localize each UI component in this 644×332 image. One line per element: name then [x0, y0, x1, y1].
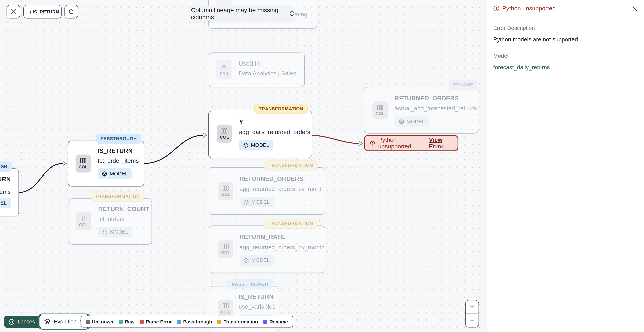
zoom-out-button[interactable]: − [466, 314, 478, 327]
zoom-in-button[interactable]: + [466, 301, 478, 314]
legend-swatch [177, 320, 181, 324]
close-icon [11, 9, 16, 14]
cube-icon [244, 199, 249, 205]
legend-item-parse-error: Parse Error [140, 319, 172, 324]
node-title: RETURN_RATE [239, 233, 285, 240]
edge-line [19, 164, 63, 193]
transformation-badge: TRANSFORMATION [91, 192, 144, 202]
col-chip: COL [76, 212, 91, 230]
columns-icon [377, 105, 383, 110]
node-title: RETURN_COUNT [98, 205, 149, 212]
info-icon [290, 11, 294, 16]
node-title: IS_RETURN [239, 293, 274, 300]
banner-text: Column lineage may be missing columns [191, 7, 287, 20]
model-chip-label: MODEL [110, 229, 128, 235]
prj-chip: PRJ [216, 60, 232, 79]
model-chip: MODEL [395, 116, 429, 127]
node-used-in-sales[interactable]: PRJ Used In Data Analytics | Sales [208, 52, 305, 87]
node-title: IS_RETURN [98, 147, 132, 154]
lenses-control: Lenses Evolution [4, 315, 90, 328]
node-subtitle: Data Analytics | Sales [239, 70, 296, 77]
close-icon [632, 6, 637, 11]
col-chip: COL [217, 125, 232, 143]
panel-title: Python unsupported [502, 5, 556, 11]
project-icon [220, 64, 227, 70]
col-chip-label: COL [78, 164, 88, 169]
breadcrumb[interactable]: .. / IS_RETURN [24, 5, 62, 18]
legend-swatch [119, 320, 123, 324]
panel-header: Python unsupported [487, 0, 644, 18]
error-description-label: Error Description [493, 25, 535, 31]
lineage-warning-banner: Column lineage may be missing columns [191, 6, 294, 21]
cube-icon [399, 119, 404, 124]
refresh-button[interactable] [64, 5, 78, 18]
node-agg-daily-returned-orders[interactable]: TRANSFORMATION COL Y agg_daily_returned_… [208, 111, 312, 158]
legend-item-raw: Raw [119, 319, 134, 324]
node-agg-returned-orders-by-month[interactable]: TRANSFORMATION COL RETURNED_ORDERS agg_r… [208, 167, 325, 215]
cube-icon [102, 171, 107, 176]
lenses-button[interactable]: Lenses [4, 316, 41, 328]
edge-line-error [311, 135, 360, 143]
passthrough-badge: PASSTHROUGH [228, 279, 273, 290]
error-detail-panel: Python unsupported Error Description Pyt… [487, 0, 644, 332]
close-lineage-button[interactable] [7, 5, 20, 18]
model-link[interactable]: forecast_daily_returns [493, 64, 550, 70]
cube-icon [244, 258, 249, 263]
model-chip: MODEL [239, 197, 274, 207]
node-title-fragment: URN [0, 175, 11, 182]
model-chip-fragment: DEL [0, 198, 11, 208]
legend-swatch [217, 320, 222, 324]
legend-label: Raw [125, 319, 134, 324]
panel-close-button[interactable] [631, 5, 638, 12]
node-return-count[interactable]: TRANSFORMATION COL RETURN_COUNT fct_orde… [69, 198, 152, 245]
lineage-canvas[interactable]: eting PRJ Used In Data Analytics | Sales… [0, 0, 487, 332]
node-subtitle: use_variables [239, 303, 275, 310]
lenses-label: Lenses [18, 319, 35, 325]
legend-swatch [86, 320, 90, 324]
model-chip-label: MODEL [252, 199, 270, 205]
node-title: Used In [239, 60, 260, 67]
col-chip: COL [218, 300, 233, 318]
node-subtitle-fragment: eting [294, 11, 308, 18]
model-chip-label: MODEL [406, 119, 425, 125]
legend-label: Rename [270, 319, 288, 324]
error-chip[interactable]: Python unsupported View Error [364, 135, 458, 151]
rename-badge: RENAME [448, 80, 478, 90]
prj-chip-label: PRJ [220, 71, 228, 76]
error-chip-text: Python unsupported [378, 136, 420, 150]
legend-label: Parse Error [146, 319, 172, 324]
col-chip-label: COL [221, 192, 230, 197]
lens-selected-value: Evolution [54, 319, 77, 325]
node-fct-order-items[interactable]: PASSTHROUGH COL IS_RETURN fct_order_item… [68, 140, 144, 186]
error-icon [493, 5, 499, 11]
node-title: Y [239, 118, 243, 125]
node-title: RETURNED_ORDERS [239, 175, 303, 182]
columns-icon [221, 128, 228, 134]
zoom-controls: + − [465, 300, 479, 328]
col-chip: COL [218, 182, 233, 200]
columns-icon [80, 158, 86, 164]
legend-item-passthrough: Passthrough [177, 319, 212, 324]
model-chip: MODEL [239, 255, 274, 266]
refresh-icon [68, 8, 74, 15]
transformation-badge: TRANSFORMATION [264, 219, 318, 229]
node-subtitle-fragment: ems [0, 189, 11, 195]
legend-swatch [140, 320, 144, 324]
node-return-rate[interactable]: TRANSFORMATION COL RETURN_RATE agg_retur… [208, 225, 325, 273]
node-returned-orders-renamed[interactable]: RENAME COL RETURNED_ORDERS actual_and_fo… [364, 87, 478, 134]
edge-arrowhead [63, 161, 66, 165]
model-chip-label: MODEL [110, 171, 128, 177]
cube-icon [243, 142, 248, 148]
edge-line [143, 135, 203, 164]
edge-arrowhead [203, 133, 207, 137]
node-subtitle: agg_returned_orders_by_month [239, 186, 324, 192]
col-chip: COL [218, 240, 233, 258]
columns-icon [222, 303, 229, 309]
lens-aperture-icon [8, 318, 15, 325]
node-subtitle: fct_orders [98, 216, 125, 222]
app: eting PRJ Used In Data Analytics | Sales… [0, 0, 644, 332]
model-chip: MODEL [239, 140, 273, 150]
legend-label: Passthrough [183, 319, 212, 324]
node-left-clipped[interactable]: OUGH URN ems DEL [0, 168, 19, 216]
view-error-link[interactable]: View Error [429, 136, 452, 150]
